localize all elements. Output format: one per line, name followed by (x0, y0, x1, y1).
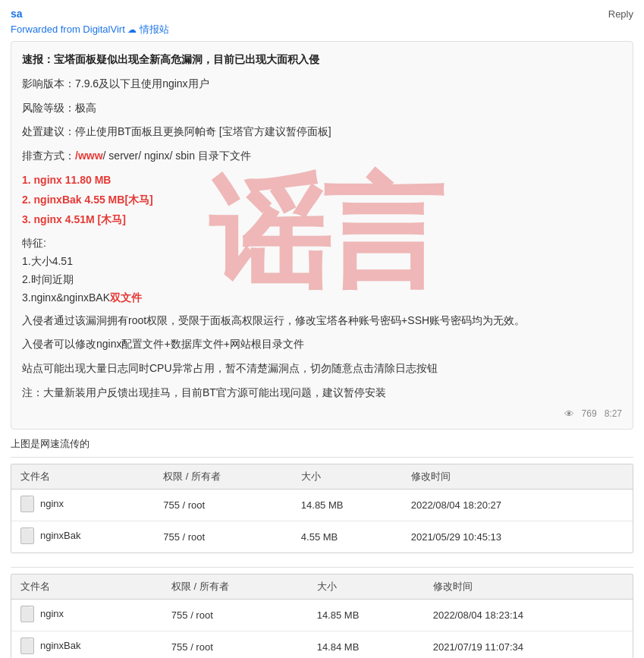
file-modified-cell: 2021/05/29 10:45:13 (402, 521, 600, 553)
file-name-cell: nginx (11, 599, 162, 631)
file-modified-cell: 2021/07/19 11:07:34 (424, 631, 633, 658)
file-name-cell: nginxBak (11, 521, 154, 553)
table-row: nginx 755 / root14.85 MB2022/08/04 18:20… (11, 489, 633, 521)
suggestion: 处置建议：停止使用BT面板且更换阿帕奇 [宝塔官方建议暂停面板] (22, 123, 622, 141)
table-header: 文件名 (11, 464, 154, 490)
note: 注：大量新装用户反馈出现挂马，目前BT官方源可能出现问题，建议暂停安装 (22, 384, 622, 402)
divider2 (11, 567, 633, 568)
file-list-item: 1. nginx 11.80 MB (22, 172, 622, 190)
file-modified-cell: 2022/08/04 18:20:27 (402, 489, 600, 521)
table-header: 大小 (292, 464, 402, 490)
divider1 (11, 457, 633, 458)
file-perms-cell: 755 / root (154, 489, 292, 521)
affected-version: 影响版本：7.9.6及以下且使用nginx用户 (22, 75, 622, 93)
file-modified-cell: 2022/08/04 18:23:14 (424, 599, 633, 631)
para3: 站点可能出现大量日志同时CPU异常占用，暂不清楚漏洞点，切勿随意点击清除日志按钮 (22, 360, 622, 378)
file-perms-cell: 755 / root (162, 631, 308, 658)
file-extra-cell (599, 489, 633, 521)
file-size-cell: 4.55 MB (292, 521, 402, 553)
cloud-icon: ☁ (127, 24, 137, 35)
table-header: 修改时间 (402, 464, 600, 490)
table-header: 权限 / 所有者 (154, 464, 292, 490)
file-size-cell: 14.85 MB (292, 489, 402, 521)
sender-name: sa (11, 8, 23, 20)
message-card: 谣言 速报：宝塔面板疑似出现全新高危漏洞，目前已出现大面积入侵 影响版本：7.9… (11, 41, 633, 430)
risk-level: 风险等级：极高 (22, 99, 622, 118)
table-header: 文件名 (11, 575, 162, 600)
message-footer: 👁 769 8:27 (22, 408, 622, 420)
table-row: nginx 755 / root14.85 MB2022/08/04 18:23… (11, 599, 633, 631)
file-extra-cell (599, 521, 633, 553)
table-row: nginxBak 755 / root4.55 MB2021/05/29 10:… (11, 521, 633, 553)
message-time: 8:27 (605, 408, 622, 419)
traits-section: 特征: 1.大小4.512.时间近期3.nginx&nginxBAK双文件 (22, 235, 622, 307)
file-list-item: 2. nginxBak 4.55 MB[木马] (22, 191, 622, 209)
file-table-1: 文件名权限 / 所有者大小修改时间 nginx 755 / root14.85 … (11, 464, 633, 553)
eye-icon: 👁 (564, 408, 574, 420)
below-message: 上图是网速流传的 (0, 434, 644, 457)
headline: 速报：宝塔面板疑似出现全新高危漏洞，目前已出现大面积入侵 (22, 53, 319, 65)
file-list-item: 3. nginx 4.51M [木马] (22, 211, 622, 229)
file-size-cell: 14.84 MB (308, 631, 424, 658)
reply-button[interactable]: Reply (608, 8, 633, 20)
file-name-cell: nginxBak (11, 631, 162, 658)
file-perms-cell: 755 / root (162, 599, 308, 631)
file-size-cell: 14.85 MB (308, 599, 424, 631)
trait-item: 3.nginx&nginxBAK双文件 (22, 289, 622, 307)
para2: 入侵者可以修改nginx配置文件+数据库文件+网站根目录文件 (22, 335, 622, 354)
check-method: 排查方式：/www/ server/ nginx/ sbin 目录下文件 (22, 147, 622, 165)
table-row: nginxBak 755 / root14.84 MB2021/07/19 11… (11, 631, 633, 658)
forwarded-line: Forwarded from DigitalVirt ☁ 情报站 (11, 23, 633, 36)
view-count: 769 (582, 408, 597, 419)
file-perms-cell: 755 / root (154, 521, 292, 553)
trait-item: 2.时间近期 (22, 271, 622, 289)
file-name-cell: nginx (11, 489, 154, 521)
file-table-2: 文件名权限 / 所有者大小修改时间 nginx 755 / root14.85 … (11, 574, 633, 658)
table-header: 修改时间 (424, 575, 633, 600)
table-header: 大小 (308, 575, 424, 600)
table-header: 权限 / 所有者 (162, 575, 308, 600)
para1: 入侵者通过该漏洞拥有root权限，受限于面板高权限运行，修改宝塔各种账号密码+S… (22, 312, 622, 330)
trait-item: 1.大小4.51 (22, 253, 622, 271)
file-list: 1. nginx 11.80 MB2. nginxBak 4.55 MB[木马]… (22, 172, 622, 228)
table-header (599, 464, 633, 490)
